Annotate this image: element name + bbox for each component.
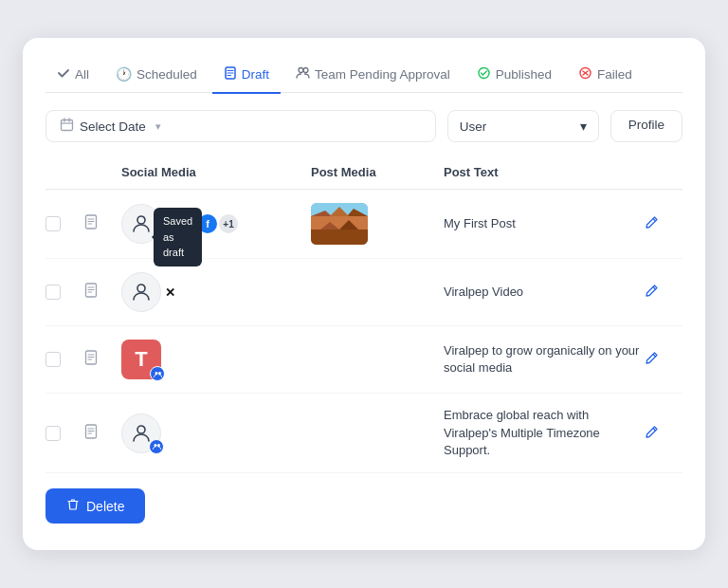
select-chevron-icon: ▾ (580, 119, 587, 134)
saved-draft-tooltip: Savedasdraft (154, 208, 202, 266)
canyon-image (311, 203, 368, 245)
doc-icon-1 (83, 214, 121, 233)
team-badge-3 (150, 366, 165, 381)
svg-rect-10 (62, 120, 73, 131)
post-thumb-1 (311, 203, 368, 245)
social-media-cell-4 (121, 413, 311, 453)
tab-failed[interactable]: Failed (567, 57, 644, 94)
failed-icon (578, 66, 592, 83)
svg-line-27 (653, 219, 656, 222)
tab-published[interactable]: Published (465, 57, 563, 94)
table-row: T Viralpep to grow organically on your s… (46, 326, 682, 394)
svg-line-33 (653, 287, 656, 290)
doc-icon-2 (83, 283, 121, 302)
post-text-3: Viralpep to grow organically on your soc… (444, 342, 645, 377)
svg-point-5 (303, 67, 308, 72)
tab-draft[interactable]: Draft (212, 57, 281, 94)
draft-icon (224, 66, 237, 83)
tab-team-pending[interactable]: Team Pending Approval (284, 57, 462, 94)
svg-point-45 (137, 426, 145, 433)
user-select[interactable]: User ▾ (447, 110, 599, 142)
calendar-icon (60, 118, 74, 135)
delete-button[interactable]: Delete (46, 488, 145, 524)
x-icon-2: ✕ (165, 285, 175, 300)
avatar-2 (121, 272, 161, 312)
post-text-2: Viralpep Video (444, 284, 645, 301)
svg-point-4 (299, 67, 303, 72)
profile-button[interactable]: Profile (610, 110, 682, 142)
tab-all[interactable]: All (46, 57, 100, 94)
edit-button-3[interactable] (645, 351, 682, 368)
social-media-cell-3: T (121, 340, 311, 379)
table-header: Social Media Post Media Post Text (46, 159, 682, 190)
check-icon (57, 66, 70, 83)
svg-line-48 (653, 428, 656, 431)
row-checkbox-2[interactable] (46, 285, 61, 300)
svg-point-46 (154, 444, 156, 447)
avatar-t-3: T (121, 340, 161, 379)
svg-rect-24 (311, 230, 368, 245)
table-row: Savedasdraft ✕ 📷 f +1 (46, 190, 682, 259)
svg-line-40 (653, 355, 656, 358)
svg-point-32 (137, 285, 145, 292)
svg-point-47 (157, 444, 160, 447)
trash-icon (66, 498, 80, 514)
edit-button-2[interactable] (645, 284, 682, 301)
chevron-down-icon: ▾ (155, 120, 161, 133)
clock-icon: 🕐 (116, 66, 132, 82)
main-card: All 🕐 Scheduled Draft Team Pending Appro… (23, 38, 705, 550)
svg-point-38 (155, 372, 157, 375)
team-badge-4 (149, 439, 164, 454)
social-media-cell-2: ✕ (121, 272, 311, 312)
edit-button-1[interactable] (645, 215, 682, 232)
svg-point-18 (137, 216, 145, 224)
tab-scheduled[interactable]: 🕐 Scheduled (104, 57, 209, 93)
svg-point-6 (479, 67, 489, 78)
table-row: ✕ Viralpep Video (46, 259, 682, 326)
filters-row: Select Date ▾ User ▾ Profile (46, 110, 682, 142)
table-row: Embrace global reach with Viralpep's Mul… (46, 394, 682, 473)
svg-point-39 (158, 372, 161, 375)
row-checkbox-4[interactable] (46, 426, 61, 441)
doc-icon-3 (83, 350, 121, 369)
team-icon (296, 66, 310, 83)
row-checkbox-1[interactable] (46, 216, 61, 231)
published-icon (477, 66, 491, 83)
tabs-bar: All 🕐 Scheduled Draft Team Pending Appro… (46, 57, 682, 94)
avatar-4 (121, 413, 161, 453)
doc-icon-4 (83, 424, 121, 443)
post-text-4: Embrace global reach with Viralpep's Mul… (444, 407, 645, 459)
social-icons-2: ✕ (165, 285, 175, 300)
more-icon: +1 (219, 214, 238, 233)
edit-button-4[interactable] (645, 425, 682, 442)
social-media-cell-1: Savedasdraft ✕ 📷 f +1 (121, 204, 311, 244)
date-select[interactable]: Select Date ▾ (46, 110, 436, 142)
row-checkbox-3[interactable] (46, 352, 61, 367)
post-text-1: My First Post (444, 215, 645, 232)
